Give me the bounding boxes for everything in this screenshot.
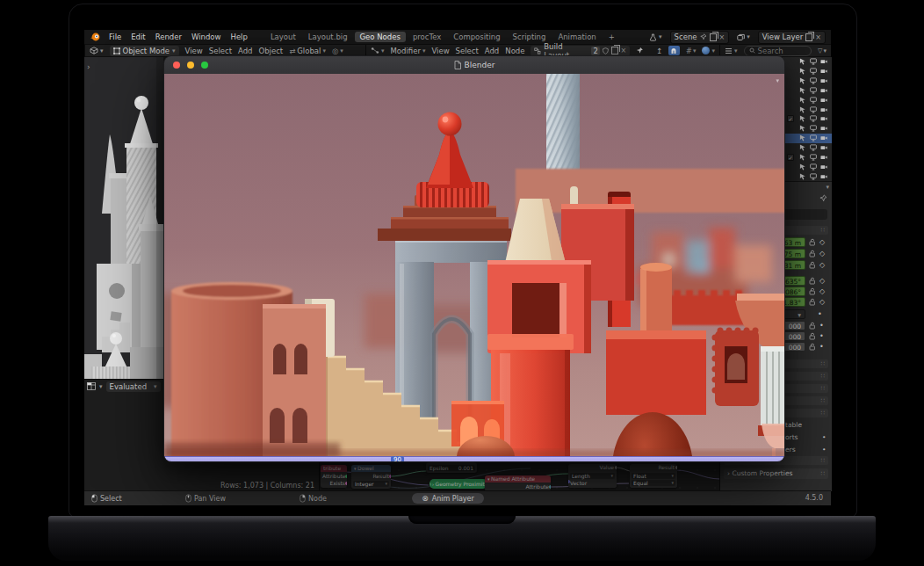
vp-menu-add[interactable]: Add <box>238 47 252 55</box>
lock-icon[interactable] <box>809 277 816 285</box>
menu-help[interactable]: Help <box>229 33 248 41</box>
length-dropdown[interactable]: Length▾ <box>570 473 615 479</box>
camera-icon[interactable] <box>820 106 827 113</box>
pointer-icon[interactable] <box>799 106 806 113</box>
vp-menu-select[interactable]: Select <box>209 47 232 55</box>
unlink-node-tree-icon[interactable]: × <box>621 47 627 54</box>
pointer-icon[interactable] <box>799 87 806 94</box>
overlays-dropdown[interactable]: ▾ <box>702 47 715 54</box>
keyframe-diamond-icon[interactable]: ◇ <box>819 287 825 295</box>
scene-browse-dropdown[interactable]: ▾ <box>649 33 662 41</box>
ne-menu-select[interactable]: Select <box>456 47 479 55</box>
keyframe-diamond-icon[interactable]: ◇ <box>819 238 825 246</box>
spreadsheet-editor-icon[interactable] <box>87 382 96 390</box>
snapping-magnet-icon[interactable] <box>668 46 680 55</box>
vp-menu-view[interactable]: View <box>185 47 203 55</box>
tab-compositing[interactable]: Compositing <box>448 32 505 42</box>
camera-icon[interactable] <box>820 125 827 132</box>
keyframe-dot-icon[interactable]: • <box>819 322 824 330</box>
ne-menu-node[interactable]: Node <box>505 47 524 55</box>
camera-icon[interactable] <box>820 173 827 180</box>
keyframe-dot-icon[interactable]: • <box>819 332 824 340</box>
lock-icon[interactable] <box>809 343 816 351</box>
blender-logo-icon[interactable] <box>90 32 100 42</box>
keyframe-diamond-icon[interactable]: ◇ <box>819 277 825 285</box>
render-window[interactable]: Blender <box>163 55 785 462</box>
camera-icon[interactable] <box>820 115 827 122</box>
new-view-layer-icon[interactable] <box>805 33 812 41</box>
viewport-3d[interactable]: › <box>84 57 163 379</box>
parent-snap-icon[interactable]: ↥ <box>656 47 662 55</box>
lock-icon[interactable] <box>809 287 816 295</box>
tab-layout[interactable]: Layout <box>265 32 301 42</box>
new-node-tree-icon[interactable] <box>611 47 618 54</box>
fake-user-shield-icon[interactable] <box>603 47 609 54</box>
keyframe-diamond-icon[interactable]: ◇ <box>819 298 825 306</box>
camera-icon[interactable] <box>820 58 827 65</box>
monitor-icon[interactable] <box>810 134 817 142</box>
new-scene-icon[interactable] <box>710 33 717 41</box>
anim-player-button[interactable]: ⊗ Anim Player <box>412 493 484 504</box>
monitor-icon[interactable] <box>810 77 817 84</box>
pointer-icon[interactable] <box>799 125 806 132</box>
monitor-icon[interactable] <box>810 87 817 94</box>
lock-icon[interactable] <box>809 250 816 258</box>
outliner-display-mode-dropdown[interactable]: ▾ <box>725 47 738 54</box>
user-count-badge[interactable]: 2 <box>591 47 599 55</box>
view-layer-selector[interactable]: View Layer × <box>758 31 826 44</box>
monitor-icon[interactable] <box>810 68 817 75</box>
camera-icon[interactable] <box>820 154 827 161</box>
keyframe-dot-icon[interactable]: • <box>819 343 824 351</box>
menu-window[interactable]: Window <box>191 33 222 41</box>
remove-view-layer-icon[interactable]: × <box>815 33 821 41</box>
node-epsilon[interactable]: Epsilon0.001 <box>426 462 477 473</box>
transform-orientation-dropdown[interactable]: ⇄ Global ▾ <box>289 47 326 55</box>
pointer-icon[interactable] <box>799 77 806 84</box>
scene-selector[interactable]: Scene × <box>670 31 730 44</box>
camera-icon[interactable] <box>820 163 827 171</box>
menu-edit[interactable]: Edit <box>130 33 146 41</box>
pointer-icon[interactable] <box>799 58 806 65</box>
pointer-icon[interactable] <box>799 154 806 161</box>
monitor-icon[interactable] <box>810 97 817 104</box>
monitor-icon[interactable] <box>810 173 817 180</box>
lock-icon[interactable] <box>809 298 816 306</box>
frame-playhead-badge[interactable]: 90 <box>391 456 404 462</box>
camera-icon[interactable] <box>820 134 827 142</box>
object-mode-dropdown[interactable]: Object Mode ▾ <box>110 46 179 56</box>
camera-icon[interactable] <box>820 87 827 94</box>
monitor-icon[interactable] <box>810 144 817 151</box>
node-dowel[interactable]: ▾ Dowel Result Integer▾ <box>351 465 391 489</box>
compare-type-dropdown[interactable]: Float▾ <box>632 473 675 479</box>
tab-proctex[interactable]: procTex <box>408 32 446 42</box>
lock-icon[interactable] <box>809 261 816 269</box>
pin-node-tree-icon[interactable] <box>636 47 644 54</box>
camera-icon[interactable] <box>820 144 827 151</box>
pointer-icon[interactable] <box>799 163 806 171</box>
pointer-icon[interactable] <box>799 134 806 142</box>
outliner-search-input[interactable]: Search <box>744 46 812 56</box>
dataset-dropdown[interactable]: Evaluated▾ <box>106 381 161 392</box>
pointer-icon[interactable] <box>799 115 806 122</box>
vp-menu-object[interactable]: Object <box>258 47 283 55</box>
lock-icon[interactable] <box>809 332 816 340</box>
node-geometry-proximity[interactable]: › Geometry Proximity <box>430 479 487 489</box>
keyframe-dot-icon[interactable]: • <box>822 433 826 441</box>
view-layer-browse-dropdown[interactable]: ▾ <box>737 33 750 41</box>
pin-icon[interactable] <box>700 33 707 40</box>
keyframe-diamond-icon[interactable]: ◇ <box>819 261 825 269</box>
ne-menu-view[interactable]: View <box>431 47 449 55</box>
tab-scripting[interactable]: Scripting <box>508 32 552 42</box>
properties-dropdown-chevron[interactable]: ▾ <box>826 184 829 191</box>
filter-dropdown[interactable]: ▽▾ <box>818 47 827 54</box>
node-named-attribute[interactable]: ▾ Named Attribute Attribute <box>485 475 551 490</box>
node-attribute-partial[interactable]: tribute Attribute Exists <box>321 465 347 488</box>
camera-icon[interactable] <box>820 97 827 104</box>
monitor-icon[interactable] <box>810 125 817 132</box>
monitor-icon[interactable] <box>810 58 817 65</box>
menu-file[interactable]: File <box>108 33 122 41</box>
node-display-mode-dropdown[interactable]: Modifier ▾ <box>391 47 426 55</box>
pivot-point-dropdown[interactable]: ◎▾ <box>332 47 343 55</box>
keyframe-dot-icon[interactable]: • <box>818 310 822 318</box>
viewport-sidebar-toggle[interactable]: › <box>87 62 90 71</box>
